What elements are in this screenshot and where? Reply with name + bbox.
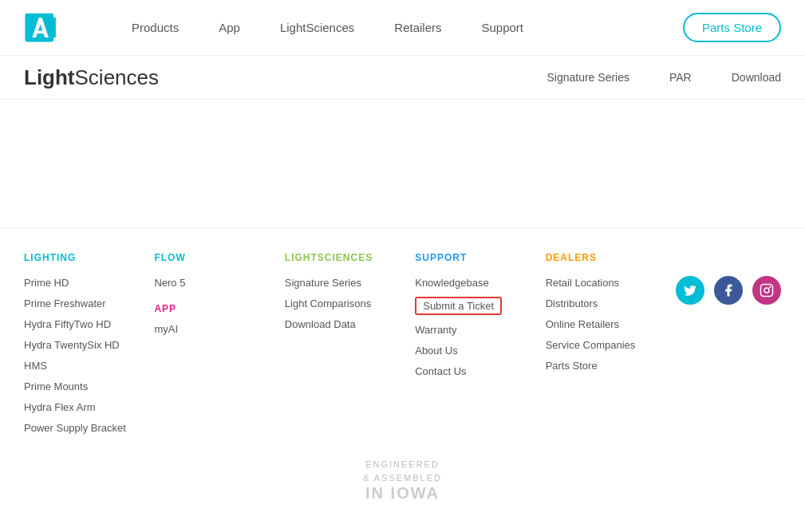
svg-rect-4 — [51, 18, 56, 37]
title-bold: Light — [24, 65, 75, 89]
ticket-highlight: Submit a Ticket — [415, 297, 502, 315]
footer: LIGHTING Prime HD Prime Freshwater Hydra… — [0, 227, 805, 526]
list-item: About Us — [415, 344, 545, 357]
social-icons — [676, 276, 781, 305]
list-item: Online Retailers — [546, 317, 676, 330]
list-item: Hydra TwentySix HD — [24, 338, 154, 351]
footer-support-list: Knowledgebase Submit a Ticket Warranty A… — [415, 276, 545, 377]
list-item: Service Companies — [546, 338, 676, 351]
parts-store-button[interactable]: Parts Store — [683, 13, 781, 42]
sub-nav-download[interactable]: Download — [732, 71, 781, 84]
footer-app-list: myAI — [154, 322, 284, 335]
facebook-icon[interactable] — [714, 276, 743, 305]
list-item: Prime Freshwater — [24, 297, 154, 309]
svg-rect-3 — [35, 31, 46, 33]
footer-flow-title: FLOW — [154, 252, 284, 263]
list-item: Knowledgebase — [415, 276, 545, 289]
list-item-ticket: Submit a Ticket — [415, 297, 545, 315]
logo[interactable] — [24, 10, 68, 45]
sub-nav-par[interactable]: PAR — [669, 71, 692, 84]
footer-app-title: APP — [154, 303, 284, 314]
svg-point-7 — [769, 286, 771, 288]
engineered-line2: & ASSEMBLED — [24, 471, 781, 485]
footer-col-dealers: DEALERS Retail Locations Distributors On… — [546, 252, 676, 380]
list-item: Distributors — [546, 297, 676, 309]
list-item: Prime HD — [24, 276, 154, 289]
sub-nav-signature[interactable]: Signature Series — [547, 71, 629, 84]
footer-col-support: SUPPORT Knowledgebase Submit a Ticket Wa… — [415, 252, 545, 385]
nav-products[interactable]: Products — [132, 21, 179, 34]
list-item: Prime Mounts — [24, 380, 154, 392]
nav-retailers[interactable]: Retailers — [394, 21, 441, 34]
footer-col-lighting: LIGHTING Prime HD Prime Freshwater Hydra… — [24, 252, 154, 442]
engineered-line1: ENGINEERED — [24, 458, 781, 471]
footer-dealers-title: DEALERS — [546, 252, 676, 263]
footer-dealers-list: Retail Locations Distributors Online Ret… — [546, 276, 676, 372]
list-item: Power Supply Bracket — [24, 421, 154, 434]
nav-lightsciences[interactable]: LightSciences — [280, 21, 354, 34]
instagram-icon[interactable] — [752, 276, 781, 305]
list-item: Contact Us — [415, 365, 545, 377]
list-item: Light Comparisons — [285, 297, 415, 309]
footer-columns: LIGHTING Prime HD Prime Freshwater Hydra… — [24, 252, 781, 442]
list-item: Warranty — [415, 323, 545, 336]
list-item: Retail Locations — [546, 276, 676, 289]
footer-col-flow: FLOW Nero 5 APP myAI — [154, 252, 284, 343]
social-section — [676, 252, 781, 305]
list-item: Parts Store — [546, 359, 676, 372]
sub-header: LightSciences Signature Series PAR Downl… — [0, 56, 805, 100]
nav-support[interactable]: Support — [482, 21, 524, 34]
section-title: LightSciences — [24, 65, 159, 90]
engineered-line3: IN IOWA — [24, 484, 781, 502]
footer-lighting-title: LIGHTING — [24, 252, 154, 263]
list-item: myAI — [154, 322, 284, 335]
main-header: Products App LightSciences Retailers Sup… — [0, 0, 805, 56]
list-item: HMS — [24, 359, 154, 372]
list-item: Hydra FiftyTwo HD — [24, 317, 154, 330]
sub-nav: Signature Series PAR Download — [547, 71, 781, 84]
footer-col-lightsciences: LIGHTSCIENCES Signature Series Light Com… — [285, 252, 415, 338]
footer-support-title: SUPPORT — [415, 252, 545, 263]
footer-lightsciences-list: Signature Series Light Comparisons Downl… — [285, 276, 415, 330]
twitter-icon[interactable] — [676, 276, 704, 305]
nav-app[interactable]: App — [219, 21, 240, 34]
footer-lightsciences-title: LIGHTSCIENCES — [285, 252, 415, 263]
main-content — [0, 100, 805, 227]
footer-flow-list: Nero 5 — [154, 276, 284, 289]
list-item: Nero 5 — [154, 276, 284, 289]
list-item: Download Data — [285, 317, 415, 330]
svg-point-6 — [764, 288, 769, 293]
title-normal: Sciences — [75, 65, 160, 89]
list-item: Signature Series — [285, 276, 415, 289]
list-item: Hydra Flex Arm — [24, 400, 154, 413]
footer-lighting-list: Prime HD Prime Freshwater Hydra FiftyTwo… — [24, 276, 154, 434]
main-nav: Products App LightSciences Retailers Sup… — [132, 21, 683, 34]
footer-badge: ENGINEERED & ASSEMBLED IN IOWA — [24, 442, 781, 510]
svg-rect-5 — [761, 285, 773, 297]
